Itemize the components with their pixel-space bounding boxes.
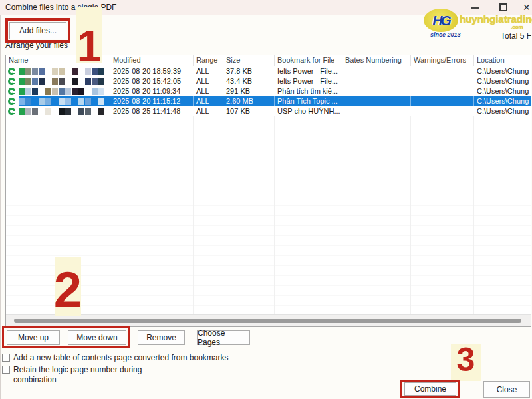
close-icon[interactable]: ✕ [523,1,532,13]
cell-location: C:\Users\Chung N [474,106,531,116]
redacted-filename-pixel [85,88,91,95]
redacted-filename-pixel [25,98,31,105]
redacted-filename-pixel [98,78,104,85]
cell-name [6,96,110,106]
pdf-file-icon [7,97,17,106]
redacted-filename-pixel [45,78,51,85]
redacted-filename-pixel [92,78,98,85]
redacted-filename-pixel [45,108,51,115]
redacted-filename-pixel [65,108,71,115]
cell-location: C:\Users\Chung N [474,86,531,96]
table-row[interactable]: 2025-08-25 11:41:48ALL107 KBUSP cho HUỲN… [6,106,531,116]
column-header-range[interactable]: Range [194,55,223,66]
add-files-button[interactable]: Add files... [9,22,66,39]
cell-warnings [411,86,474,96]
window-border [0,15,1,399]
cell-warnings [411,66,474,76]
redacted-filename-pixel [98,108,104,115]
annotation-step-1: 1 [77,29,102,63]
redacted-filename-pixel [52,68,58,75]
redacted-filename-pixel [92,88,98,95]
redacted-filename-pixel [32,68,38,75]
cell-modified: 2025-08-20 15:42:05 [110,76,194,86]
redacted-filename-pixel [19,88,25,95]
redacted-filename-pixel [45,88,51,95]
column-header-size[interactable]: Size [223,55,275,66]
redacted-filename-pixel [65,98,71,105]
cell-modified: 2025-08-20 11:09:34 [110,86,194,96]
redacted-filename-pixel [25,88,31,95]
cell-size: 107 KB [223,106,275,116]
cell-size: 37.8 KB [223,66,275,76]
redacted-filename-pixel [39,108,45,115]
table-row[interactable]: 2025-08-20 11:09:34ALL291 KBPhân tích tì… [6,86,531,96]
file-list: NameModifiedRangeSizeBookmark for FileBa… [5,55,531,327]
redacted-filename-pixel [65,78,71,85]
column-header-modified[interactable]: Modified [110,55,194,66]
choose-pages-button[interactable]: Choose Pages [197,330,250,345]
cell-range: ALL [194,96,223,106]
redacted-filename-pixel [92,98,98,105]
redacted-filename-pixel [72,88,78,95]
redacted-filename-pixel [19,68,25,75]
redacted-filename-pixel [39,88,45,95]
redacted-filename-pixel [32,98,38,105]
column-header-location[interactable]: Location [474,55,531,66]
cell-modified: 2025-08-20 18:59:39 [110,66,194,76]
cell-bookmark: Ielts Power - File... [275,66,342,76]
cell-bookmark: Phân Tích Topic ... [275,96,342,106]
checkbox-row: Retain the logic page number during comb… [2,365,288,383]
redacted-filename-pixel [52,88,58,95]
redacted-filename-pixel [52,98,58,105]
combine-button[interactable]: Combine [404,382,456,396]
redacted-filename-pixel [78,108,84,115]
move-up-button[interactable]: Move up [7,330,60,345]
minimize-icon[interactable] [471,7,479,9]
cell-bates [342,66,411,76]
redacted-filename-pixel [39,68,45,75]
annotation-step-2: 2 [54,270,82,309]
arrange-files-label: Arrange your files [5,41,68,50]
checkbox[interactable] [2,366,10,374]
redacted-filename-pixel [19,98,25,105]
column-header-bookmark[interactable]: Bookmark for File [275,55,342,66]
table-body: 2025-08-20 18:59:39ALL37.8 KBIelts Power… [6,66,531,116]
column-header-warnings[interactable]: Warnings/Errors [411,55,474,66]
pdf-file-icon [7,67,17,76]
logo-monogram: HG [432,13,450,29]
cell-bates [342,106,411,116]
remove-button[interactable]: Remove [138,330,185,345]
maximize-icon[interactable] [499,3,507,11]
move-down-button[interactable]: Move down [68,330,126,345]
table-row[interactable]: 2025-08-20 11:15:12ALL2.60 MBPhân Tích T… [6,96,531,106]
table-row[interactable]: 2025-08-20 15:42:05ALL43.4 KBIelts Power… [6,76,531,86]
close-button[interactable]: Close [483,381,530,398]
redacted-filename-pixel [92,108,98,115]
cell-modified: 2025-08-20 11:15:12 [110,96,194,106]
horizontal-scrollbar[interactable] [6,314,531,326]
cell-bates [342,96,411,106]
redacted-filename-pixel [72,78,78,85]
checkbox-label: Retain the logic page number during comb… [13,365,176,383]
cell-name [6,86,110,96]
cell-warnings [411,96,474,106]
redacted-filename-pixel [32,78,38,85]
redacted-filename-pixel [19,108,25,115]
redacted-filename-pixel [72,108,78,115]
cell-bookmark: Ielts Power - File... [275,76,342,86]
cell-range: ALL [194,66,223,76]
cell-warnings [411,76,474,86]
redacted-filename-pixel [39,78,45,85]
cell-size: 43.4 KB [223,76,275,86]
pdf-file-icon [7,77,17,86]
redacted-filename-pixel [85,78,91,85]
cell-bookmark: Phân tích tìm kiế... [275,86,342,96]
scrollbar-thumb[interactable] [14,319,521,323]
redacted-filename-pixel [32,88,38,95]
column-header-bates[interactable]: Bates Numbering [342,55,411,66]
cell-bates [342,76,411,86]
redacted-filename-pixel [85,108,91,115]
redacted-filename-pixel [19,78,25,85]
checkbox[interactable] [2,354,10,362]
redacted-filename-pixel [59,78,65,85]
